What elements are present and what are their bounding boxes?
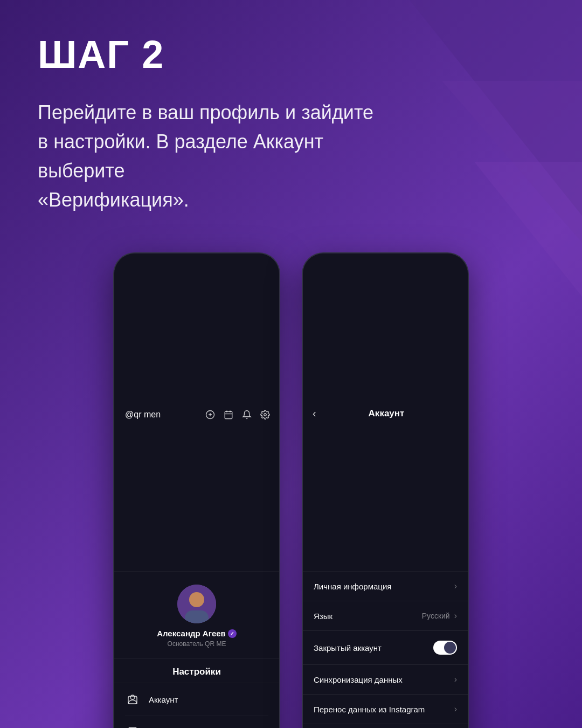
settings-section-title: Настройки [114, 659, 279, 683]
sync-chevron: › [454, 675, 457, 684]
sync-label: Синхронизация данных [314, 675, 403, 684]
account-settings-list: Личная информация › Язык Русский › Закры… [303, 572, 468, 728]
settings-icon[interactable] [260, 409, 271, 420]
saved-icon [125, 725, 140, 728]
right-phone-header: ‹ Аккаунт [303, 253, 469, 572]
instagram-chevron: › [454, 704, 457, 714]
account-icon [125, 692, 140, 707]
settings-language[interactable]: Язык Русский › [303, 601, 468, 631]
toggle-knob [444, 642, 456, 654]
left-phone: @qr men [113, 252, 280, 728]
right-phone: ‹ Аккаунт Личная информация › Язык Русск… [302, 252, 469, 728]
private-account-toggle[interactable] [433, 641, 457, 655]
menu-list: Аккаунт Сохраненные [114, 683, 279, 728]
header-icons [205, 409, 271, 420]
svg-point-7 [264, 413, 267, 416]
settings-private-account[interactable]: Закрытый аккаунт [303, 631, 468, 665]
svg-point-9 [189, 592, 204, 607]
account-screen-title: Аккаунт [369, 408, 405, 419]
menu-item-account[interactable]: Аккаунт [125, 683, 268, 716]
svg-rect-11 [185, 610, 209, 623]
profile-subtitle: Основатель QR ME [168, 640, 226, 648]
personal-info-chevron: › [454, 581, 457, 591]
settings-sync[interactable]: Синхронизация данных › [303, 665, 468, 695]
private-account-label: Закрытый аккаунт [314, 643, 382, 653]
language-label: Язык [314, 612, 332, 621]
profile-section: Александр Агеев ✓ Основатель QR ME [114, 572, 279, 659]
verified-badge-profile: ✓ [228, 629, 237, 638]
profile-name: Александр Агеев ✓ [157, 629, 237, 638]
settings-personal-info[interactable]: Личная информация › [303, 572, 468, 601]
calendar-icon[interactable] [223, 409, 234, 420]
avatar [177, 585, 216, 623]
step-title: ШАГ 2 [38, 32, 544, 77]
instagram-label: Перенос данных из Instagram [314, 705, 425, 714]
svg-point-12 [130, 695, 135, 699]
settings-verification[interactable]: Верификация ✓ › [303, 724, 468, 728]
personal-info-label: Личная информация [314, 582, 391, 591]
phones-container: @qr men [38, 252, 544, 728]
svg-rect-3 [225, 411, 232, 419]
language-chevron: › [454, 611, 457, 621]
settings-instagram[interactable]: Перенос данных из Instagram › [303, 695, 468, 724]
menu-item-saved[interactable]: Сохраненные [125, 716, 268, 728]
back-button[interactable]: ‹ [313, 407, 316, 420]
step-description: Перейдите в ваш профиль и зайдите в наст… [38, 98, 415, 215]
plus-icon[interactable] [205, 409, 216, 420]
left-phone-header: @qr men [114, 253, 280, 572]
language-value: Русский [422, 612, 450, 620]
username-label: @qr men [125, 410, 161, 420]
bell-icon[interactable] [241, 409, 252, 420]
language-right: Русский › [422, 611, 457, 621]
account-label: Аккаунт [149, 695, 178, 704]
